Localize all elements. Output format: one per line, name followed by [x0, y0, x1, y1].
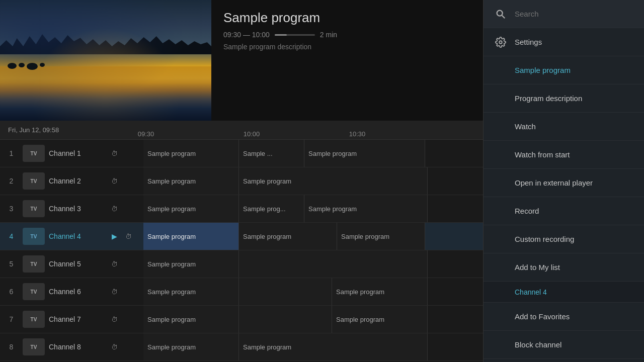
timeline-mark-1: 09:30: [138, 130, 154, 138]
sidebar-item-add-my-list[interactable]: Add to My list: [484, 253, 644, 282]
list-item[interactable]: Sample program: [239, 333, 428, 360]
channel-icon: TV: [23, 145, 45, 162]
channel-icon: TV: [23, 338, 45, 355]
history-icon[interactable]: ⏱: [108, 341, 120, 353]
list-item[interactable]: Sample program: [143, 223, 239, 250]
search-icon: [494, 7, 508, 21]
channel-icon: TV: [23, 255, 45, 273]
list-item[interactable]: Sample prog...: [239, 195, 304, 222]
list-item[interactable]: Sample program: [143, 278, 239, 305]
list-item[interactable]: [239, 250, 428, 278]
list-item[interactable]: Sample program: [332, 278, 428, 305]
table-row[interactable]: 8 TV Channel 8 ⏱ Sample program Sample p…: [0, 333, 483, 361]
right-sidebar: Settings Sample program Program descript…: [483, 0, 644, 362]
sidebar-item-add-favorites[interactable]: Add to Favorites: [484, 303, 644, 331]
list-item[interactable]: Sample program: [304, 140, 425, 167]
table-row[interactable]: 3 TV Channel 3 ⏱ Sample program Sample p…: [0, 195, 483, 223]
sidebar-item-sample-program[interactable]: Sample program: [484, 56, 644, 84]
list-item[interactable]: [239, 306, 332, 333]
epg-programs: Sample program Sample program Sample pro…: [143, 223, 483, 250]
add-my-list-label: Add to My list: [515, 263, 560, 272]
list-item[interactable]: Sample program: [239, 167, 428, 195]
table-row[interactable]: 1 TV Channel 1 ⏱ Sample program Sample .…: [0, 140, 483, 167]
list-item[interactable]: Sample ...: [239, 140, 304, 167]
app-container: Sample program 09:30 — 10:00 2 min Sampl…: [0, 0, 644, 362]
list-item[interactable]: Sample program: [239, 223, 337, 250]
list-item[interactable]: Sample program: [143, 167, 239, 195]
program-title: Sample program: [223, 10, 471, 26]
table-row[interactable]: 5 TV Channel 5 ⏱ Sample program: [0, 250, 483, 278]
list-item[interactable]: Sample program: [304, 195, 428, 222]
search-input[interactable]: [515, 10, 634, 18]
rocks-decoration: [8, 63, 45, 70]
history-icon[interactable]: ⏱: [122, 230, 134, 242]
program-description-label: Program description: [515, 94, 582, 103]
sidebar-item-program-description[interactable]: Program description: [484, 84, 644, 113]
list-item[interactable]: Sample program: [337, 223, 425, 250]
left-panel: Sample program 09:30 — 10:00 2 min Sampl…: [0, 0, 483, 362]
gear-icon: [494, 35, 508, 49]
list-item[interactable]: Sample program: [143, 250, 239, 278]
channel-name: Channel 3: [49, 205, 108, 213]
table-row[interactable]: 7 TV Channel 7 ⏱ Sample program Sample p…: [0, 306, 483, 333]
channel-icon: TV: [23, 228, 45, 245]
program-info: Sample program 09:30 — 10:00 2 min Sampl…: [211, 0, 483, 121]
channel-icon: TV: [23, 172, 45, 190]
history-icon[interactable]: ⏱: [108, 258, 120, 270]
sidebar-item-open-external[interactable]: Open in external player: [484, 169, 644, 197]
channel4-header-label: Channel 4: [515, 288, 547, 296]
history-icon[interactable]: ⏱: [108, 286, 120, 298]
timeline-mark-3: 10:30: [349, 130, 366, 138]
record-label: Record: [515, 207, 539, 215]
history-icon[interactable]: ⏱: [108, 313, 120, 325]
channel-name: Channel 1: [49, 149, 108, 157]
channel-name: Channel 6: [49, 288, 108, 296]
epg-programs: Sample program Sample prog... Sample pro…: [143, 195, 483, 222]
sidebar-item-settings[interactable]: Settings: [484, 28, 644, 56]
program-description: Sample program description: [223, 43, 471, 51]
progress-bar: [275, 34, 315, 36]
table-row[interactable]: 2 TV Channel 2 ⏱ Sample program Sample p…: [0, 167, 483, 195]
list-item[interactable]: Sample program: [143, 306, 239, 333]
list-item[interactable]: Sample program: [143, 140, 239, 167]
list-item[interactable]: Sample program: [332, 306, 428, 333]
epg-programs: Sample program Sample ... Sample program: [143, 140, 483, 167]
list-item[interactable]: [239, 278, 332, 305]
program-time: 09:30 — 10:00 2 min: [223, 31, 471, 39]
progress-fill: [275, 34, 287, 36]
sidebar-section-channel4: Channel 4: [484, 282, 644, 303]
sidebar-item-watch-from-start[interactable]: Watch from start: [484, 141, 644, 169]
table-row[interactable]: 6 TV Channel 6 ⏱ Sample program Sample p…: [0, 278, 483, 306]
channel-name: Channel 5: [49, 260, 108, 268]
list-item[interactable]: Sample program: [143, 195, 239, 222]
svg-line-1: [502, 15, 505, 18]
sidebar-item-search[interactable]: [484, 0, 644, 28]
play-icon[interactable]: ▶: [108, 230, 120, 242]
sample-program-label: Sample program: [515, 66, 571, 74]
table-row[interactable]: 4 TV Channel 4 ▶ ⏱ Sample program Sample…: [0, 223, 483, 250]
list-item[interactable]: Sample program: [143, 333, 239, 360]
epg-rows: 1 TV Channel 1 ⏱ Sample program Sample .…: [0, 140, 483, 362]
epg-programs: Sample program Sample program: [143, 278, 483, 305]
history-icon[interactable]: ⏱: [108, 203, 120, 215]
timeline-mark-2: 10:00: [244, 130, 260, 138]
epg-programs: Sample program: [143, 250, 483, 278]
sidebar-item-record[interactable]: Record: [484, 197, 644, 225]
history-icon[interactable]: ⏱: [108, 175, 120, 187]
sidebar-item-custom-recording[interactable]: Custom recording: [484, 225, 644, 253]
watch-from-start-label: Watch from start: [515, 150, 570, 159]
channel-icon: TV: [23, 283, 45, 300]
epg-programs: Sample program Sample program: [143, 306, 483, 333]
block-channel-label: Block channel: [515, 340, 561, 349]
sidebar-item-watch[interactable]: Watch: [484, 113, 644, 141]
open-external-label: Open in external player: [515, 178, 593, 187]
svg-point-2: [499, 41, 502, 44]
watch-label: Watch: [515, 122, 536, 131]
channel-name: Channel 2: [49, 177, 108, 185]
top-info: Sample program 09:30 — 10:00 2 min Sampl…: [0, 0, 483, 121]
custom-recording-label: Custom recording: [515, 235, 574, 243]
history-icon[interactable]: ⏱: [108, 147, 120, 159]
timeline-header: Fri, Jun 12, 09:58 09:30 10:00 10:30: [0, 121, 483, 140]
sidebar-item-block-channel[interactable]: Block channel: [484, 331, 644, 359]
add-favorites-label: Add to Favorites: [515, 312, 570, 321]
